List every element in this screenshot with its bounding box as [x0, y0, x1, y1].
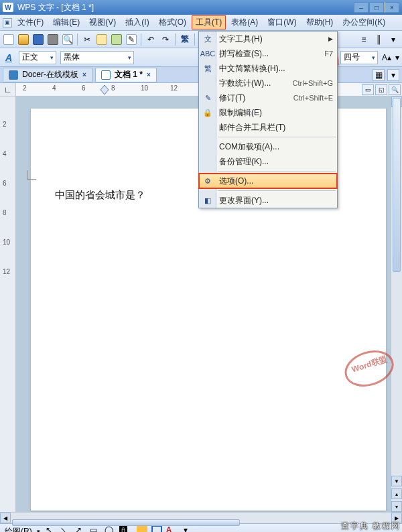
grow-font-button[interactable]: A▴ — [382, 53, 391, 62]
menu-item-label: 邮件合并工具栏(T) — [219, 122, 285, 133]
tools-menu-item[interactable]: 邮件合并工具栏(T) — [199, 120, 337, 135]
menu-file[interactable]: 文件(F) — [13, 15, 48, 29]
tools-menu-item[interactable]: ABC拼写检查(S)...F7 — [199, 46, 337, 61]
tools-menu-item[interactable]: 字数统计(W)...Ctrl+Shift+G — [199, 76, 337, 90]
tools-menu-item[interactable]: 备份管理(K)... — [199, 154, 337, 169]
undo-button[interactable]: ↶ — [145, 34, 157, 46]
open-button[interactable] — [17, 34, 29, 46]
svg-marker-0 — [100, 85, 109, 94]
ruler-view-btn-3[interactable]: 🔍 — [389, 84, 401, 95]
menu-format[interactable]: 格式(O) — [155, 15, 190, 29]
text-icon: 繁 — [202, 62, 214, 74]
font-size-select[interactable]: 四号 — [340, 51, 378, 64]
title-bar: W WPS 文字 - [文档 1 *] – □ × — [0, 0, 402, 15]
line-color-button[interactable] — [151, 525, 163, 532]
menu-edit[interactable]: 编辑(E) — [49, 15, 84, 29]
align-buttons[interactable]: ≡ — [358, 34, 370, 46]
close-tab-icon[interactable]: × — [82, 71, 86, 78]
menu-tools[interactable]: 工具(T) — [192, 15, 226, 29]
watermark-site-label: 查字典 教程网 — [341, 520, 401, 532]
tools-menu-item[interactable]: COM加载项(A)... — [199, 139, 337, 154]
ruler-view-btn-1[interactable]: ▭ — [362, 84, 374, 95]
menu-item-label: 更改界面(Y)... — [219, 195, 269, 206]
prev-page-button[interactable]: ▴ — [391, 488, 402, 499]
menu-help[interactable]: 帮助(H) — [302, 15, 338, 29]
menu-window[interactable]: 窗口(W) — [263, 15, 300, 29]
format-painter-button[interactable]: ✎ — [125, 34, 137, 46]
scroll-thumb-horizontal[interactable] — [12, 519, 240, 526]
window-title: WPS 文字 - [文档 1 *] — [17, 2, 354, 13]
close-tab-icon[interactable]: × — [147, 71, 151, 78]
paste-button[interactable] — [111, 34, 123, 46]
save-button[interactable] — [32, 34, 44, 46]
menu-item-label: 拼写检查(S)... — [219, 48, 269, 60]
oval-tool-button[interactable]: ◯ — [105, 525, 117, 532]
tools-menu-item[interactable]: ✎修订(T)Ctrl+Shift+E — [199, 90, 337, 105]
copy-button[interactable] — [96, 34, 108, 46]
print-button[interactable] — [47, 34, 59, 46]
font-select[interactable]: 黑体 — [60, 51, 134, 64]
scroll-left-button[interactable]: ◀ — [0, 513, 11, 523]
menu-view[interactable]: 视图(V) — [85, 15, 120, 29]
print-preview-button[interactable]: 🔍 — [62, 34, 74, 46]
menu-shortcut: Ctrl+Shift+G — [292, 79, 333, 87]
menu-item-label: 文字工具(H) — [219, 34, 263, 45]
more-format-button[interactable]: ▾ — [395, 53, 399, 62]
scrollbar-vertical[interactable]: ▲ ▼ ▴ ▾ — [391, 96, 402, 512]
tab-list-button[interactable]: ▾ — [387, 69, 399, 81]
tab-label: 文档 1 * — [115, 69, 143, 80]
arrow-tool-button[interactable]: ↗ — [75, 525, 87, 532]
minimize-button[interactable]: – — [354, 2, 368, 13]
submenu-arrow-icon: ▶ — [328, 36, 333, 42]
menu-item-label: 中文简繁转换(H)... — [219, 63, 285, 74]
ruler-vertical[interactable]: 2 4 6 8 10 12 — [0, 96, 16, 512]
ruler-corner[interactable]: ∟ — [0, 83, 16, 96]
textbox-tool-button[interactable]: 🅰 — [119, 525, 131, 532]
next-page-button[interactable]: ▾ — [391, 501, 402, 512]
lock-icon: 🔒 — [202, 107, 214, 119]
line-tool-button[interactable]: ＼ — [60, 525, 72, 532]
tab-new-button[interactable]: ▦ — [373, 69, 385, 81]
style-select[interactable]: 正文 — [19, 51, 56, 64]
tools-menu-item[interactable]: 文文字工具(H)▶ — [199, 31, 337, 46]
tools-menu-item[interactable]: 繁中文简繁转换(H)... — [199, 61, 337, 76]
scroll-thumb-vertical[interactable] — [393, 98, 401, 272]
font-color-button[interactable]: A — [166, 525, 178, 532]
line-spacing-button[interactable]: ║ — [373, 34, 385, 46]
close-button[interactable]: × — [385, 2, 399, 13]
text-icon: ABC — [202, 48, 214, 60]
app-icon: W — [3, 3, 13, 12]
more-button[interactable]: ▾ — [387, 34, 399, 46]
select-tool-button[interactable]: ↖ — [46, 525, 58, 532]
more-draw-button[interactable]: ▾ — [184, 525, 196, 532]
menu-workspace[interactable]: 办公空间(K) — [338, 15, 389, 29]
tools-dropdown-menu: 文文字工具(H)▶ABC拼写检查(S)...F7繁中文简繁转换(H)...字数统… — [198, 31, 338, 208]
trad-convert-button[interactable]: 繁 — [179, 34, 191, 46]
menu-item-label: 备份管理(K)... — [219, 156, 269, 168]
tab-docer-templates[interactable]: Docer-在线模板 × — [3, 68, 92, 82]
drawing-label[interactable]: 绘图(R) — [3, 526, 34, 533]
scroll-down-button[interactable]: ▼ — [391, 476, 402, 486]
tools-menu-item[interactable]: ⚙选项(O)... — [199, 174, 337, 188]
tools-menu-item[interactable]: ◧更改界面(Y)... — [199, 193, 337, 208]
cut-button[interactable]: ✂ — [81, 34, 93, 46]
menubar-toggle-icon[interactable]: ▣ — [3, 18, 12, 27]
menu-table[interactable]: 表格(A) — [227, 15, 262, 29]
tools-menu-item[interactable]: 🔒限制编辑(E) — [199, 105, 337, 120]
ruler-view-btn-2[interactable]: ◱ — [375, 84, 387, 95]
indent-marker-icon[interactable] — [99, 85, 110, 94]
margin-marker — [27, 170, 36, 180]
menu-insert[interactable]: 插入(I) — [121, 15, 153, 29]
menu-item-label: 限制编辑(E) — [219, 107, 262, 119]
tab-document-1[interactable]: 文档 1 * × — [95, 68, 157, 82]
layout-icon: ◧ — [202, 194, 214, 206]
menu-item-label: 字数统计(W)... — [219, 78, 271, 89]
new-doc-button[interactable] — [3, 34, 15, 46]
redo-button[interactable]: ↷ — [159, 34, 172, 46]
fill-color-button[interactable] — [137, 525, 149, 532]
text-icon: 文 — [202, 33, 214, 45]
menu-item-label: 选项(O)... — [219, 176, 253, 187]
restore-button[interactable]: □ — [369, 2, 384, 13]
rect-tool-button[interactable]: ▭ — [90, 525, 102, 532]
doc-icon — [101, 70, 111, 80]
